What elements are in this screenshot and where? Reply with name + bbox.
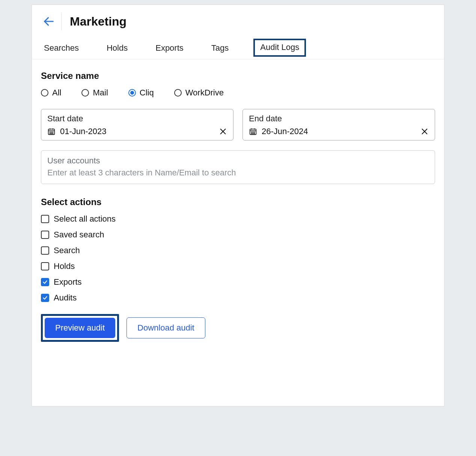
date-range-row: Start date: [41, 109, 435, 140]
checkbox-exports[interactable]: Exports: [41, 277, 435, 287]
checkbox-holds[interactable]: Holds: [41, 261, 435, 271]
radio-icon: [128, 89, 136, 97]
radio-cliq[interactable]: Cliq: [128, 88, 154, 98]
tab-audit-logs[interactable]: Audit Logs: [253, 39, 306, 57]
checkbox-icon: [41, 246, 49, 255]
clear-start-date-button[interactable]: [219, 127, 227, 136]
preview-audit-highlight: Preview audit: [41, 314, 119, 342]
checkbox-label: Audits: [54, 293, 77, 303]
checkbox-label: Select all actions: [54, 214, 116, 224]
service-name-radio-group: All Mail Cliq WorkDrive: [41, 88, 435, 98]
checkbox-icon: [41, 294, 49, 302]
arrow-left-icon: [42, 15, 55, 28]
radio-label: Cliq: [140, 88, 154, 98]
action-button-row: Preview audit Download audit: [41, 314, 435, 342]
svg-point-5: [50, 132, 50, 132]
tab-exports[interactable]: Exports: [152, 41, 187, 59]
tab-holds[interactable]: Holds: [104, 41, 131, 59]
tab-bar: Searches Holds Exports Tags Audit Logs: [32, 34, 444, 59]
checkbox-search[interactable]: Search: [41, 246, 435, 255]
end-date-value: 26-Jun-2024: [262, 127, 308, 136]
end-date-field[interactable]: End date: [243, 109, 435, 140]
check-icon: [42, 279, 48, 285]
clear-end-date-button[interactable]: [420, 127, 429, 136]
checkbox-icon: [41, 278, 49, 286]
radio-icon: [174, 89, 182, 97]
tab-searches[interactable]: Searches: [41, 41, 82, 59]
radio-mail[interactable]: Mail: [81, 88, 108, 98]
start-date-label: Start date: [47, 114, 227, 124]
radio-label: WorkDrive: [185, 88, 224, 98]
radio-label: Mail: [93, 88, 108, 98]
svg-point-18: [253, 132, 253, 132]
select-actions-heading: Select actions: [41, 197, 435, 207]
radio-workdrive[interactable]: WorkDrive: [174, 88, 224, 98]
user-accounts-field[interactable]: User accounts: [41, 150, 435, 184]
radio-label: All: [52, 88, 61, 98]
checkbox-icon: [41, 215, 49, 223]
svg-point-9: [51, 133, 51, 134]
checkbox-label: Saved search: [54, 230, 104, 240]
checkbox-select-all-actions[interactable]: Select all actions: [41, 214, 435, 224]
calendar-icon: [249, 127, 257, 136]
svg-point-10: [53, 133, 53, 134]
radio-icon: [41, 89, 48, 97]
back-button[interactable]: [41, 14, 57, 29]
checkbox-label: Holds: [54, 261, 75, 271]
start-date-value: 01-Jun-2023: [60, 127, 107, 136]
svg-point-21: [253, 133, 253, 134]
header-bar: Marketing: [32, 5, 444, 34]
user-accounts-label: User accounts: [47, 156, 429, 166]
select-actions-list: Select all actions Saved search Search H…: [41, 214, 435, 303]
checkbox-icon: [41, 231, 49, 239]
header-divider: [61, 12, 62, 30]
check-icon: [42, 295, 48, 300]
checkbox-saved-search[interactable]: Saved search: [41, 230, 435, 240]
svg-point-22: [254, 133, 255, 134]
checkbox-icon: [41, 262, 49, 270]
svg-point-19: [254, 132, 255, 132]
user-accounts-input[interactable]: [47, 168, 429, 178]
radio-all[interactable]: All: [41, 88, 61, 98]
svg-point-17: [252, 132, 252, 132]
start-date-field[interactable]: Start date: [41, 109, 233, 140]
svg-point-6: [51, 132, 51, 132]
download-audit-button[interactable]: Download audit: [127, 317, 205, 338]
checkbox-label: Exports: [54, 277, 82, 287]
checkbox-label: Search: [54, 246, 80, 255]
calendar-icon: [47, 127, 56, 136]
preview-audit-button[interactable]: Preview audit: [45, 318, 115, 338]
radio-icon: [81, 89, 89, 97]
page-title: Marketing: [70, 15, 127, 29]
audit-logs-panel: Service name All Mail Cliq WorkDrive Sta: [32, 59, 444, 351]
end-date-label: End date: [249, 114, 429, 124]
tab-tags[interactable]: Tags: [208, 41, 232, 59]
svg-point-7: [53, 132, 53, 132]
svg-point-8: [50, 133, 50, 134]
service-name-heading: Service name: [41, 71, 435, 81]
app-window: Marketing Searches Holds Exports Tags Au…: [32, 5, 444, 406]
checkbox-audits[interactable]: Audits: [41, 293, 435, 303]
svg-point-20: [252, 133, 252, 134]
